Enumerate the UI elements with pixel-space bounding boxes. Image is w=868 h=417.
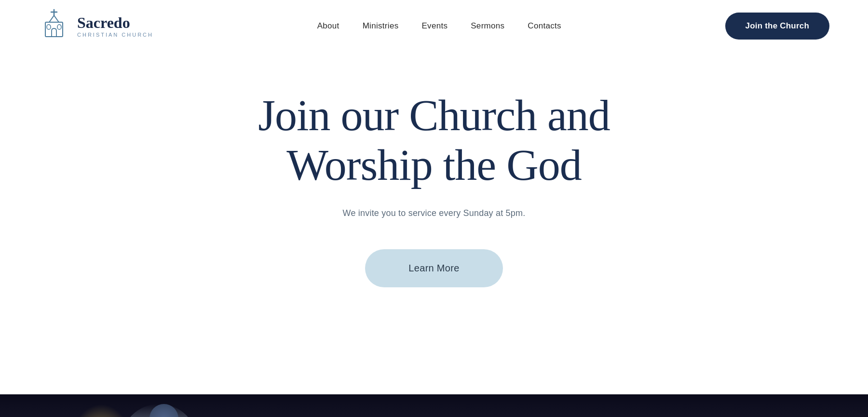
- nav-contacts[interactable]: Contacts: [528, 21, 561, 31]
- join-church-button[interactable]: Join the Church: [725, 13, 829, 40]
- hero-image-area: [0, 394, 868, 417]
- church-logo-icon: [39, 9, 69, 43]
- svg-rect-4: [47, 25, 51, 29]
- hero-section: Join our Church and Worship the God We i…: [0, 52, 868, 414]
- nav-about[interactable]: About: [317, 21, 339, 31]
- svg-rect-5: [57, 25, 61, 29]
- hero-title-line2: Worship the God: [286, 140, 581, 189]
- svg-marker-2: [49, 15, 59, 22]
- learn-more-wrapper: Learn More: [365, 249, 502, 287]
- hero-title: Join our Church and Worship the God: [258, 91, 610, 190]
- learn-more-button[interactable]: Learn More: [365, 249, 502, 287]
- person-silhouette: [106, 399, 212, 417]
- hero-title-line1: Join our Church and: [258, 91, 610, 140]
- nav-ministries[interactable]: Ministries: [363, 21, 399, 31]
- logo-name: Sacredo: [77, 14, 153, 31]
- logo-subtitle: CHRISTIAN CHURCH: [77, 32, 153, 38]
- nav-sermons[interactable]: Sermons: [471, 21, 504, 31]
- person-head: [149, 404, 178, 417]
- logo-text-group: Sacredo CHRISTIAN CHURCH: [77, 14, 153, 37]
- site-header: Sacredo CHRISTIAN CHURCH About Ministrie…: [0, 0, 868, 52]
- logo-area: Sacredo CHRISTIAN CHURCH: [39, 9, 153, 43]
- main-nav: About Ministries Events Sermons Contacts: [317, 21, 561, 31]
- nav-events[interactable]: Events: [421, 21, 448, 31]
- hero-subtitle: We invite you to service every Sunday at…: [343, 208, 526, 218]
